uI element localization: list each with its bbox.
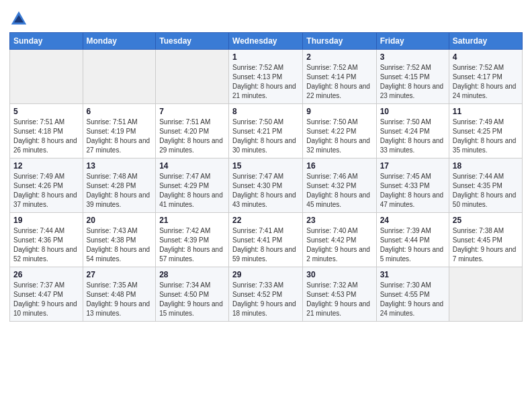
calendar-cell: 16Sunrise: 7:46 AMSunset: 4:32 PMDayligh… — [303, 158, 376, 213]
day-info: Sunrise: 7:50 AMSunset: 4:22 PMDaylight:… — [306, 118, 372, 155]
day-info: Sunrise: 7:52 AMSunset: 4:14 PMDaylight:… — [306, 63, 372, 101]
calendar-cell — [449, 267, 522, 322]
day-info: Sunrise: 7:47 AMSunset: 4:29 PMDaylight:… — [159, 172, 225, 210]
day-number: 29 — [232, 270, 299, 279]
calendar-cell: 28Sunrise: 7:34 AMSunset: 4:50 PMDayligh… — [156, 267, 229, 322]
day-info: Sunrise: 7:30 AMSunset: 4:55 PMDaylight:… — [380, 281, 445, 318]
day-number: 31 — [380, 270, 445, 279]
day-info: Sunrise: 7:48 AMSunset: 4:28 PMDaylight:… — [87, 172, 152, 210]
day-info: Sunrise: 7:44 AMSunset: 4:35 PMDaylight:… — [453, 172, 519, 210]
day-number: 19 — [13, 216, 79, 225]
day-number: 30 — [306, 270, 372, 279]
day-info: Sunrise: 7:41 AMSunset: 4:41 PMDaylight:… — [232, 226, 299, 264]
day-number: 16 — [306, 161, 372, 171]
calendar-cell: 4Sunrise: 7:52 AMSunset: 4:17 PMDaylight… — [449, 50, 522, 104]
day-info: Sunrise: 7:37 AMSunset: 4:47 PMDaylight:… — [13, 281, 79, 318]
calendar-cell: 13Sunrise: 7:48 AMSunset: 4:28 PMDayligh… — [83, 158, 156, 213]
day-number: 28 — [159, 270, 225, 279]
calendar-cell: 10Sunrise: 7:50 AMSunset: 4:24 PMDayligh… — [376, 104, 449, 158]
calendar-cell: 21Sunrise: 7:42 AMSunset: 4:39 PMDayligh… — [156, 213, 229, 267]
calendar-week-1: 1Sunrise: 7:52 AMSunset: 4:13 PMDaylight… — [10, 50, 523, 104]
day-number: 11 — [453, 107, 519, 116]
day-number: 6 — [87, 107, 152, 116]
logo-icon — [9, 9, 28, 28]
calendar-cell: 23Sunrise: 7:40 AMSunset: 4:42 PMDayligh… — [303, 213, 376, 267]
weekday-header-friday: Friday — [376, 33, 449, 50]
day-info: Sunrise: 7:51 AMSunset: 4:18 PMDaylight:… — [13, 118, 79, 155]
weekday-header-tuesday: Tuesday — [156, 33, 229, 50]
day-info: Sunrise: 7:45 AMSunset: 4:33 PMDaylight:… — [380, 172, 445, 210]
logo — [9, 9, 31, 28]
day-info: Sunrise: 7:51 AMSunset: 4:19 PMDaylight:… — [87, 118, 152, 155]
calendar-week-5: 26Sunrise: 7:37 AMSunset: 4:47 PMDayligh… — [10, 267, 523, 322]
day-info: Sunrise: 7:32 AMSunset: 4:53 PMDaylight:… — [306, 281, 372, 318]
day-info: Sunrise: 7:40 AMSunset: 4:42 PMDaylight:… — [306, 226, 372, 264]
day-info: Sunrise: 7:38 AMSunset: 4:45 PMDaylight:… — [453, 226, 519, 264]
day-info: Sunrise: 7:51 AMSunset: 4:20 PMDaylight:… — [159, 118, 225, 155]
calendar-cell: 26Sunrise: 7:37 AMSunset: 4:47 PMDayligh… — [10, 267, 83, 322]
day-info: Sunrise: 7:43 AMSunset: 4:38 PMDaylight:… — [87, 226, 152, 264]
day-info: Sunrise: 7:49 AMSunset: 4:25 PMDaylight:… — [453, 118, 519, 155]
calendar-cell: 6Sunrise: 7:51 AMSunset: 4:19 PMDaylight… — [83, 104, 156, 158]
calendar-cell: 30Sunrise: 7:32 AMSunset: 4:53 PMDayligh… — [303, 267, 376, 322]
calendar-cell: 27Sunrise: 7:35 AMSunset: 4:48 PMDayligh… — [83, 267, 156, 322]
day-info: Sunrise: 7:49 AMSunset: 4:26 PMDaylight:… — [13, 172, 79, 210]
calendar-cell: 7Sunrise: 7:51 AMSunset: 4:20 PMDaylight… — [156, 104, 229, 158]
day-number: 22 — [232, 216, 299, 225]
day-number: 5 — [13, 107, 79, 116]
day-number: 26 — [13, 270, 79, 279]
day-number: 25 — [453, 216, 519, 225]
calendar-cell: 25Sunrise: 7:38 AMSunset: 4:45 PMDayligh… — [449, 213, 522, 267]
day-number: 24 — [380, 216, 445, 225]
day-info: Sunrise: 7:50 AMSunset: 4:21 PMDaylight:… — [232, 118, 299, 155]
weekday-header-wednesday: Wednesday — [229, 33, 303, 50]
weekday-header-saturday: Saturday — [449, 33, 522, 50]
calendar-cell: 11Sunrise: 7:49 AMSunset: 4:25 PMDayligh… — [449, 104, 522, 158]
calendar-week-3: 12Sunrise: 7:49 AMSunset: 4:26 PMDayligh… — [10, 158, 523, 213]
calendar-cell: 2Sunrise: 7:52 AMSunset: 4:14 PMDaylight… — [303, 50, 376, 104]
calendar-cell — [83, 50, 156, 104]
calendar-cell: 19Sunrise: 7:44 AMSunset: 4:36 PMDayligh… — [10, 213, 83, 267]
calendar-week-4: 19Sunrise: 7:44 AMSunset: 4:36 PMDayligh… — [10, 213, 523, 267]
day-number: 4 — [453, 52, 519, 62]
day-number: 23 — [306, 216, 372, 225]
day-info: Sunrise: 7:44 AMSunset: 4:36 PMDaylight:… — [13, 226, 79, 264]
calendar-cell: 29Sunrise: 7:33 AMSunset: 4:52 PMDayligh… — [229, 267, 303, 322]
weekday-header-thursday: Thursday — [303, 33, 376, 50]
day-number: 12 — [13, 161, 79, 171]
calendar-cell: 20Sunrise: 7:43 AMSunset: 4:38 PMDayligh… — [83, 213, 156, 267]
calendar-cell: 22Sunrise: 7:41 AMSunset: 4:41 PMDayligh… — [229, 213, 303, 267]
calendar-cell: 14Sunrise: 7:47 AMSunset: 4:29 PMDayligh… — [156, 158, 229, 213]
day-info: Sunrise: 7:47 AMSunset: 4:30 PMDaylight:… — [232, 172, 299, 210]
weekday-header-sunday: Sunday — [10, 33, 83, 50]
weekday-header-monday: Monday — [83, 33, 156, 50]
day-number: 21 — [159, 216, 225, 225]
day-info: Sunrise: 7:46 AMSunset: 4:32 PMDaylight:… — [306, 172, 372, 210]
day-info: Sunrise: 7:39 AMSunset: 4:44 PMDaylight:… — [380, 226, 445, 264]
day-number: 7 — [159, 107, 225, 116]
calendar-cell: 12Sunrise: 7:49 AMSunset: 4:26 PMDayligh… — [10, 158, 83, 213]
day-number: 9 — [306, 107, 372, 116]
calendar-cell: 24Sunrise: 7:39 AMSunset: 4:44 PMDayligh… — [376, 213, 449, 267]
header — [9, 7, 523, 28]
day-number: 18 — [453, 161, 519, 171]
day-number: 10 — [380, 107, 445, 116]
calendar-table: SundayMondayTuesdayWednesdayThursdayFrid… — [9, 32, 523, 322]
day-number: 13 — [87, 161, 152, 171]
day-number: 8 — [232, 107, 299, 116]
day-info: Sunrise: 7:35 AMSunset: 4:48 PMDaylight:… — [87, 281, 152, 318]
weekday-header-row: SundayMondayTuesdayWednesdayThursdayFrid… — [10, 33, 523, 50]
calendar-cell — [10, 50, 83, 104]
day-info: Sunrise: 7:33 AMSunset: 4:52 PMDaylight:… — [232, 281, 299, 318]
calendar-cell: 17Sunrise: 7:45 AMSunset: 4:33 PMDayligh… — [376, 158, 449, 213]
day-info: Sunrise: 7:34 AMSunset: 4:50 PMDaylight:… — [159, 281, 225, 318]
calendar-week-2: 5Sunrise: 7:51 AMSunset: 4:18 PMDaylight… — [10, 104, 523, 158]
calendar-cell: 8Sunrise: 7:50 AMSunset: 4:21 PMDaylight… — [229, 104, 303, 158]
day-info: Sunrise: 7:52 AMSunset: 4:17 PMDaylight:… — [453, 63, 519, 101]
calendar-cell: 1Sunrise: 7:52 AMSunset: 4:13 PMDaylight… — [229, 50, 303, 104]
day-number: 27 — [87, 270, 152, 279]
day-number: 20 — [87, 216, 152, 225]
day-info: Sunrise: 7:42 AMSunset: 4:39 PMDaylight:… — [159, 226, 225, 264]
day-number: 2 — [306, 52, 372, 62]
day-info: Sunrise: 7:52 AMSunset: 4:15 PMDaylight:… — [380, 63, 445, 101]
